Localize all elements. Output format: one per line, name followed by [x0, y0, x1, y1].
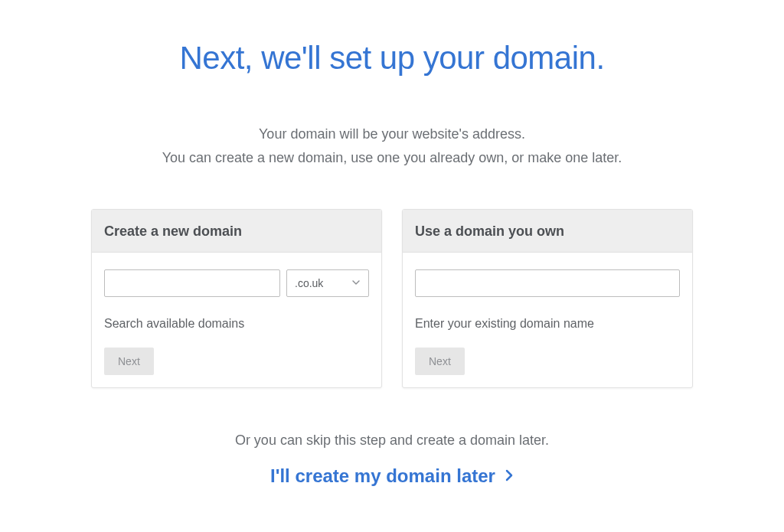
own-domain-card: Use a domain you own Enter your existing… — [402, 209, 693, 388]
create-domain-helper: Search available domains — [104, 317, 369, 331]
create-domain-header: Create a new domain — [92, 210, 381, 253]
page-subtitle: Your domain will be your website's addre… — [0, 122, 784, 169]
create-domain-next-button[interactable]: Next — [104, 348, 154, 375]
create-domain-body: .co.uk Search available domains Next — [92, 253, 381, 387]
own-domain-helper: Enter your existing domain name — [415, 317, 680, 331]
create-domain-input-row: .co.uk — [104, 269, 369, 297]
subtitle-line-2: You can create a new domain, use one you… — [0, 146, 784, 170]
tld-selected-value: .co.uk — [295, 277, 323, 289]
create-domain-card: Create a new domain .co.uk Search availa… — [91, 209, 382, 388]
cards-row: Create a new domain .co.uk Search availa… — [0, 209, 784, 388]
create-later-link[interactable]: I'll create my domain later — [270, 465, 514, 487]
own-domain-header: Use a domain you own — [403, 210, 692, 253]
new-domain-input[interactable] — [104, 269, 280, 297]
chevron-right-icon — [505, 465, 514, 487]
page-title: Next, we'll set up your domain. — [0, 40, 784, 77]
subtitle-line-1: Your domain will be your website's addre… — [0, 122, 784, 146]
own-domain-body: Enter your existing domain name Next — [403, 253, 692, 387]
tld-select[interactable]: .co.uk — [286, 269, 369, 297]
chevron-down-icon — [351, 277, 361, 289]
skip-text: Or you can skip this step and create a d… — [0, 432, 784, 449]
own-domain-input-row — [415, 269, 680, 297]
own-domain-title: Use a domain you own — [415, 224, 680, 240]
skip-section: Or you can skip this step and create a d… — [0, 432, 784, 487]
create-later-label: I'll create my domain later — [270, 465, 495, 487]
own-domain-next-button[interactable]: Next — [415, 348, 465, 375]
existing-domain-input[interactable] — [415, 269, 680, 297]
create-domain-title: Create a new domain — [104, 224, 369, 240]
